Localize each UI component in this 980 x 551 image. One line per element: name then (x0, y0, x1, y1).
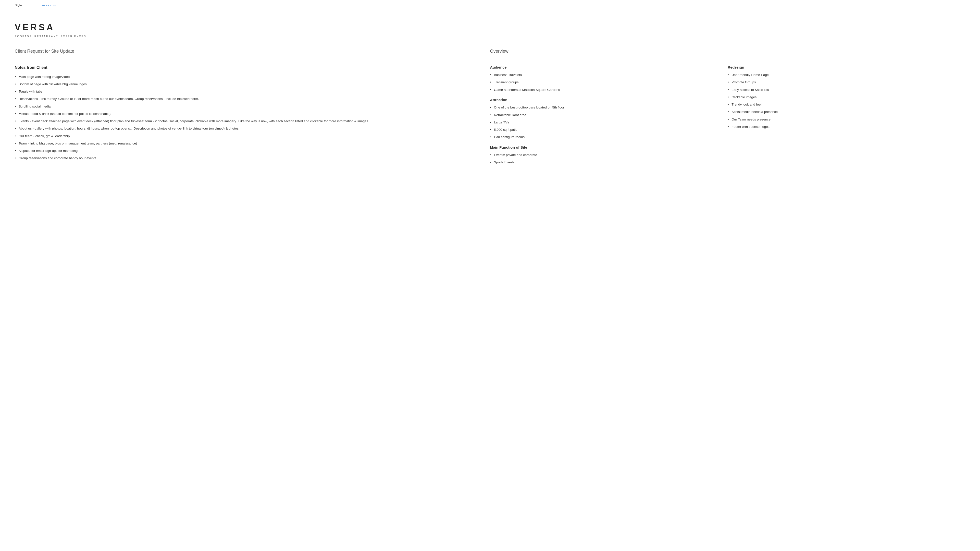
list-item: Toggle with tabs (15, 89, 480, 94)
list-item: Trendy look and feel (728, 102, 960, 107)
list-item: 5,000 sq ft patio (490, 127, 723, 132)
list-item: About us - gallery with photos, location… (15, 126, 480, 131)
versa-link[interactable]: versa.com (41, 3, 56, 8)
section-header-overview: Overview (490, 48, 966, 55)
audience-list: Business TravelersTransient groupsGame a… (490, 73, 723, 92)
list-item: Events - event deck attached page with e… (15, 119, 480, 124)
main-function-title: Main Function of Site (490, 145, 723, 150)
notes-title: Notes from Client (15, 65, 480, 70)
style-label: Style (15, 3, 22, 8)
content-area: Notes from Client Main page with strong … (15, 65, 965, 167)
redesign-title: Redesign (728, 65, 960, 70)
list-item: Game attenders at Madison Square Gardens (490, 87, 723, 92)
redesign-list: User-friendly Home PagePromote GroupsEas… (728, 73, 960, 129)
list-item: Bottom of page with clickable bhg venue … (15, 82, 480, 87)
attraction-title: Attraction (490, 97, 723, 103)
attraction-list: One of the best rooftop bars located on … (490, 105, 723, 140)
list-item: Our Team needs presence (728, 117, 960, 122)
list-item: Clickable images (728, 95, 960, 100)
logo-area: VERSA ROOFTOP. RESTAURANT. EXPERIENCES. (15, 21, 965, 38)
list-item: One of the best rooftop bars located on … (490, 105, 723, 110)
main-content: VERSA ROOFTOP. RESTAURANT. EXPERIENCES. … (0, 11, 980, 177)
audience-title: Audience (490, 65, 723, 70)
list-item: Can configure rooms (490, 135, 723, 140)
list-item: Team - link to bhg page, bios on managem… (15, 141, 480, 146)
list-item: Scrolling social media (15, 104, 480, 109)
list-item: Our team - check, gm & leadership (15, 134, 480, 139)
section-headers: Client Request for Site Update Overview (15, 48, 965, 57)
list-item: Large TVs (490, 120, 723, 125)
top-bar: Style versa.com (0, 0, 980, 11)
section-header-client: Client Request for Site Update (15, 48, 490, 55)
right-sub-left: Audience Business TravelersTransient gro… (490, 65, 728, 167)
list-item: Events: private and corporate (490, 152, 723, 157)
list-item: Social media needs a presence (728, 110, 960, 114)
main-function-list: Events: private and corporateSports Even… (490, 152, 723, 165)
list-item: A space for email sign-ups for marketing (15, 148, 480, 153)
list-item: Footer with sponsor logos (728, 124, 960, 129)
list-item: Main page with strong image/video (15, 75, 480, 79)
list-item: User-friendly Home Page (728, 73, 960, 78)
right-column: Audience Business TravelersTransient gro… (490, 65, 966, 167)
list-item: Reservations - link to resy. Groups of 1… (15, 97, 480, 102)
list-item: Menus - food & drink (should be html not… (15, 111, 480, 116)
list-item: Easy access to Sales kits (728, 87, 960, 92)
notes-list: Main page with strong image/videoBottom … (15, 75, 480, 161)
right-sub-right: Redesign User-friendly Home PagePromote … (728, 65, 965, 167)
list-item: Business Travelers (490, 73, 723, 78)
list-item: Group reservations and corporate happy h… (15, 156, 480, 160)
logo-tagline: ROOFTOP. RESTAURANT. EXPERIENCES. (15, 35, 965, 38)
list-item: Sports Events (490, 160, 723, 165)
logo-name: VERSA (15, 21, 965, 34)
list-item: Retractable Roof area (490, 113, 723, 118)
list-item: Promote Groups (728, 80, 960, 85)
left-column: Notes from Client Main page with strong … (15, 65, 490, 167)
list-item: Transient groups (490, 80, 723, 85)
